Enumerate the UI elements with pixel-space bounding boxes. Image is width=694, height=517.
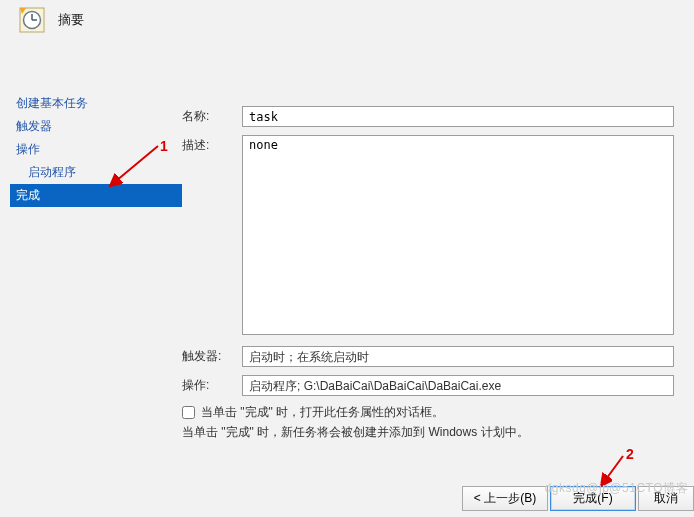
desc-label: 描述: xyxy=(182,135,242,338)
open-properties-label: 当单击 "完成" 时，打开此任务属性的对话框。 xyxy=(201,404,444,421)
sidebar-item-trigger[interactable]: 触发器 xyxy=(10,115,182,138)
annotation-2: 2 xyxy=(626,446,634,462)
page-title: 摘要 xyxy=(58,11,84,29)
wizard-header: 摘要 xyxy=(0,0,694,44)
action-label: 操作: xyxy=(182,375,242,396)
action-value: 启动程序; G:\DaBaiCai\DaBaiCai\DaBaiCai.exe xyxy=(242,375,674,396)
sidebar-item-create-task[interactable]: 创建基本任务 xyxy=(10,92,182,115)
trigger-label: 触发器: xyxy=(182,346,242,367)
desc-textarea[interactable]: none xyxy=(242,135,674,335)
finish-note: 当单击 "完成" 时，新任务将会被创建并添加到 Windows 计划中。 xyxy=(182,424,674,441)
wizard-steps-sidebar: 创建基本任务 触发器 操作 启动程序 完成 xyxy=(10,44,182,441)
open-properties-checkbox[interactable] xyxy=(182,406,195,419)
trigger-value: 启动时；在系统启动时 xyxy=(242,346,674,367)
scheduler-icon xyxy=(18,6,46,34)
back-button[interactable]: < 上一步(B) xyxy=(462,486,548,511)
name-label: 名称: xyxy=(182,106,242,127)
annotation-1: 1 xyxy=(160,138,168,154)
name-input[interactable] xyxy=(242,106,674,127)
watermark: dgksdq@jp@51CTO博客 xyxy=(545,480,688,497)
svg-line-4 xyxy=(110,146,158,186)
main-panel: 名称: 描述: none 触发器: 启动时；在系统启动时 操作: 启动程序; G… xyxy=(182,44,688,441)
